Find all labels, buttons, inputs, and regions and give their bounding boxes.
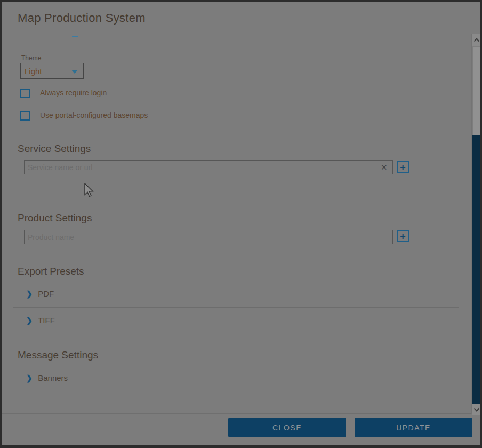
- export-items-divider: [13, 307, 459, 308]
- service-settings-heading: Service Settings: [18, 143, 91, 155]
- tiff-expander-label: TIFF: [38, 316, 55, 325]
- product-name-input[interactable]: [24, 230, 393, 244]
- chevron-right-icon: ❯: [26, 290, 33, 298]
- window-edge-left: [0, 0, 2, 448]
- banners-expander-row[interactable]: ❯ Banners: [26, 373, 68, 383]
- plus-icon: +: [400, 231, 406, 241]
- portal-basemaps-label: Use portal-configured basemaps: [40, 111, 148, 119]
- window-edge-top: [0, 0, 482, 2]
- theme-selected-value: Light: [25, 67, 42, 76]
- chevron-right-icon: ❯: [26, 374, 33, 382]
- map-production-system-dialog: Map Production System Theme Light Always…: [0, 0, 482, 448]
- product-settings-heading: Product Settings: [18, 212, 92, 224]
- add-service-button[interactable]: +: [397, 161, 409, 173]
- update-button[interactable]: UPDATE: [355, 418, 472, 437]
- theme-select[interactable]: Light: [20, 63, 84, 79]
- banners-expander-label: Banners: [38, 373, 68, 382]
- scroll-clipped-element-edge: [72, 36, 78, 37]
- add-product-button[interactable]: +: [397, 230, 409, 242]
- chevron-right-icon: ❯: [26, 316, 33, 325]
- always-require-login-label: Always require login: [40, 89, 107, 97]
- page-title: Map Production System: [18, 11, 146, 25]
- vertical-scrollbar[interactable]: [471, 34, 480, 414]
- mouse-cursor-icon: [84, 183, 94, 199]
- scrollbar-thumb[interactable]: [472, 46, 480, 135]
- clear-icon[interactable]: ✕: [381, 163, 388, 171]
- portal-basemaps-checkbox[interactable]: [20, 111, 30, 121]
- always-require-login-checkbox[interactable]: [20, 89, 30, 98]
- chevron-down-icon: [71, 70, 78, 74]
- pdf-expander-label: PDF: [38, 289, 54, 298]
- close-button[interactable]: CLOSE: [228, 418, 346, 437]
- tiff-expander-row[interactable]: ❯ TIFF: [26, 316, 55, 325]
- export-presets-heading: Export Presets: [18, 266, 84, 277]
- message-settings-heading: Message Settings: [18, 349, 98, 361]
- service-name-input[interactable]: [24, 160, 393, 174]
- plus-icon: +: [400, 163, 406, 172]
- footer-divider: [0, 413, 482, 414]
- theme-label: Theme: [21, 54, 41, 62]
- window-edge-bottom: [0, 445, 482, 448]
- pdf-expander-row[interactable]: ❯ PDF: [26, 289, 54, 299]
- window-edge-right: [480, 0, 482, 448]
